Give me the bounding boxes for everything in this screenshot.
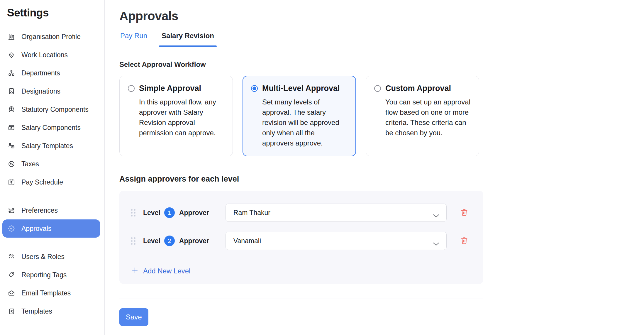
save-button[interactable]: Save	[119, 308, 148, 326]
taxes-icon	[8, 160, 15, 168]
organisation-profile-icon	[8, 33, 15, 40]
work-locations-icon	[8, 51, 15, 59]
sidebar-title: Settings	[7, 6, 102, 19]
sidebar-item-label: Statutory Components	[21, 106, 89, 114]
statutory-components-icon	[8, 106, 15, 113]
reporting-tags-icon	[8, 271, 15, 279]
level-label: Level	[143, 209, 160, 217]
card-title: Simple Approval	[139, 84, 201, 93]
sidebar-item-taxes[interactable]: Taxes	[2, 155, 100, 173]
sidebar-item-work-locations[interactable]: Work Locations	[2, 46, 100, 64]
salary-templates-icon	[8, 142, 15, 150]
salary-components-icon	[8, 124, 15, 131]
workflow-card-simple-approval[interactable]: Simple Approval In this approval flow, a…	[119, 76, 233, 156]
card-description: Set many levels of approval. The salary …	[262, 97, 348, 148]
approver-levels-panel: Level 1 Approver Ram Thakur	[119, 191, 483, 284]
sidebar-item-label: Work Locations	[21, 51, 68, 59]
level-row-1: Level 1 Approver Ram Thakur	[131, 204, 472, 222]
levels-section-heading: Assign approvers for each level	[119, 175, 644, 184]
sidebar-item-label: Departments	[21, 69, 60, 77]
approvals-badge-check-icon	[8, 225, 15, 232]
sidebar-item-salary-templates[interactable]: Salary Templates	[2, 137, 100, 155]
sidebar-item-label: Taxes	[21, 160, 39, 168]
card-description: You can set up an approval flow based on…	[385, 97, 471, 138]
add-new-level-label: Add New Level	[143, 267, 190, 275]
plus-icon	[131, 266, 139, 276]
templates-icon	[8, 307, 15, 315]
sidebar-item-label: Salary Templates	[21, 142, 73, 150]
approver-select-level-1[interactable]: Ram Thakur	[226, 204, 447, 222]
email-templates-icon	[8, 289, 15, 297]
sidebar-item-label: Organisation Profile	[21, 33, 81, 41]
level-row-2: Level 2 Approver Vanamali	[131, 232, 472, 250]
level-number-badge: 1	[164, 207, 175, 218]
approver-select-level-2[interactable]: Vanamali	[226, 232, 447, 250]
card-title: Multi-Level Approval	[262, 84, 340, 93]
chevron-down-icon	[433, 240, 439, 248]
users-roles-icon	[8, 253, 15, 260]
main-content: Approvals Pay Run Salary Revision Select…	[105, 0, 644, 335]
sidebar-group-gap	[2, 238, 102, 248]
sidebar-item-approvals[interactable]: Approvals	[2, 219, 100, 238]
sidebar-item-users-roles[interactable]: Users & Roles	[2, 248, 100, 266]
sidebar-item-salary-components[interactable]: Salary Components	[2, 119, 100, 137]
workflow-card-multi-level-approval[interactable]: Multi-Level Approval Set many levels of …	[243, 76, 356, 156]
workflow-section-heading: Select Approval Workflow	[119, 60, 644, 69]
level-label: Level	[143, 237, 160, 245]
sidebar-item-label: Templates	[21, 307, 52, 315]
chevron-down-icon	[433, 212, 439, 219]
tab-bar: Pay Run Salary Revision	[105, 23, 644, 47]
card-head: Multi-Level Approval	[251, 84, 348, 93]
sidebar-item-label: Designations	[21, 87, 60, 95]
preferences-icon	[8, 207, 15, 214]
card-head: Custom Approval	[374, 84, 471, 93]
approver-label: Approver	[179, 209, 209, 217]
pay-schedule-icon	[8, 178, 15, 186]
trash-icon	[460, 208, 469, 218]
sidebar-item-email-templates[interactable]: Email Templates	[2, 284, 100, 302]
card-head: Simple Approval	[128, 84, 224, 93]
tab-content: Select Approval Workflow Simple Approval…	[105, 60, 644, 335]
approver-label: Approver	[179, 237, 209, 245]
sidebar-item-reporting-tags[interactable]: Reporting Tags	[2, 266, 100, 284]
sidebar-item-label: Email Templates	[21, 289, 71, 297]
level-number-badge: 2	[164, 236, 175, 246]
sidebar-item-departments[interactable]: Departments	[2, 64, 100, 82]
tab-salary-revision[interactable]: Salary Revision	[162, 32, 214, 47]
radio-button[interactable]	[128, 85, 135, 92]
radio-button-checked[interactable]	[251, 85, 258, 92]
section-divider	[119, 299, 483, 299]
sidebar-item-label: Salary Components	[21, 124, 81, 132]
delete-level-button[interactable]	[460, 208, 469, 217]
settings-sidebar: Settings Organisation Profile Work Locat…	[0, 0, 105, 335]
designations-icon	[8, 87, 15, 95]
drag-handle-icon[interactable]	[131, 209, 135, 216]
departments-icon	[8, 69, 15, 77]
trash-icon	[460, 236, 469, 246]
sidebar-item-label: Reporting Tags	[21, 271, 67, 279]
workflow-options: Simple Approval In this approval flow, a…	[119, 76, 644, 156]
sidebar-item-pay-schedule[interactable]: Pay Schedule	[2, 173, 100, 191]
sidebar-item-organisation-profile[interactable]: Organisation Profile	[2, 28, 100, 46]
tab-pay-run[interactable]: Pay Run	[120, 32, 147, 47]
sidebar-item-label: Pay Schedule	[21, 178, 63, 186]
sidebar-item-label: Users & Roles	[21, 253, 65, 261]
app-window: Settings Organisation Profile Work Locat…	[0, 0, 644, 335]
delete-level-button[interactable]	[460, 236, 469, 246]
workflow-card-custom-approval[interactable]: Custom Approval You can set up an approv…	[366, 76, 479, 156]
add-new-level-button[interactable]: Add New Level	[131, 266, 190, 276]
sidebar-item-preferences[interactable]: Preferences	[2, 201, 100, 219]
page-title: Approvals	[119, 9, 644, 23]
sidebar-item-templates[interactable]: Templates	[2, 302, 100, 320]
radio-button[interactable]	[374, 85, 381, 92]
approver-select-value: Ram Thakur	[233, 209, 270, 217]
sidebar-group-gap	[2, 191, 102, 201]
card-title: Custom Approval	[385, 84, 451, 93]
sidebar-item-designations[interactable]: Designations	[2, 82, 100, 100]
drag-handle-icon[interactable]	[131, 237, 135, 245]
approver-select-value: Vanamali	[233, 237, 261, 245]
card-description: In this approval flow, any approver with…	[139, 97, 224, 138]
sidebar-item-label: Approvals	[21, 225, 51, 233]
sidebar-item-statutory-components[interactable]: Statutory Components	[2, 100, 100, 119]
sidebar-item-label: Preferences	[21, 207, 58, 214]
